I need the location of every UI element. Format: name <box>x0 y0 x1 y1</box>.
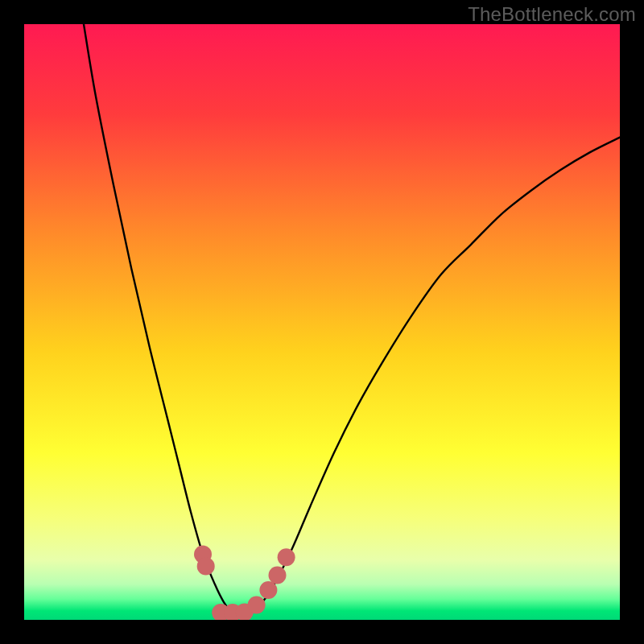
curve-marker <box>269 567 287 584</box>
curve-marker <box>259 581 277 599</box>
curve-marker <box>197 557 215 575</box>
gradient-background <box>24 24 620 620</box>
chart-frame: TheBottleneck.com <box>0 0 644 644</box>
watermark-text: TheBottleneck.com <box>468 3 636 26</box>
curve-marker <box>278 548 295 566</box>
plot-area <box>24 24 620 620</box>
curve-marker <box>248 597 266 614</box>
chart-svg <box>24 24 620 620</box>
